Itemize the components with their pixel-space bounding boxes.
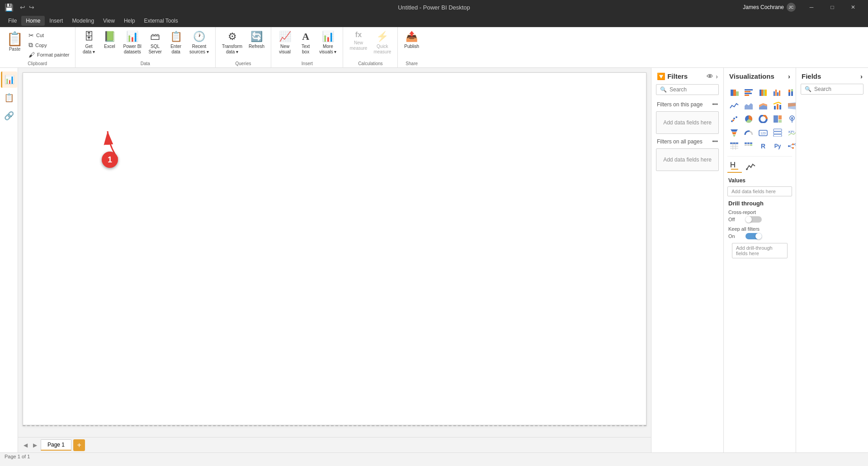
window-title: Untitled - Power BI Desktop [398, 4, 470, 11]
viz-multi-row-card[interactable] [771, 126, 784, 139]
menu-insert[interactable]: Insert [45, 16, 67, 26]
filters-panel: 🔽 Filters 👁 › 🔍 Filters on this page •••… [651, 68, 723, 452]
viz-stacked-area[interactable] [756, 99, 770, 112]
quick-measure-button[interactable]: ⚡ Quickmeasure [371, 29, 394, 57]
format-painter-icon: 🖌 [28, 51, 35, 58]
titlebar: 💾 ↩ ↪ Untitled - Power BI Desktop James … [0, 0, 868, 14]
new-measure-button[interactable]: fx Newmeasure [347, 29, 370, 53]
viz-donut[interactable] [756, 113, 770, 125]
viz-ribbon[interactable] [785, 99, 796, 112]
svg-rect-14 [777, 92, 778, 96]
menu-modeling[interactable]: Modeling [67, 16, 99, 26]
get-data-button[interactable]: 🗄 Getdata ▾ [79, 29, 99, 57]
viz-matrix[interactable] [742, 140, 755, 152]
sidebar-item-model[interactable]: 🔗 [1, 108, 17, 124]
viz-tab-analytics[interactable] [744, 160, 758, 173]
publish-button[interactable]: 📤 Publish [401, 29, 422, 51]
cut-button[interactable]: ✂ Cut [27, 31, 71, 40]
viz-decomp-tree[interactable] [785, 140, 796, 152]
filters-search-input[interactable] [670, 86, 715, 93]
recent-sources-button[interactable]: 🕐 Recentsources ▾ [187, 29, 212, 57]
save-icon[interactable]: 💾 [5, 3, 14, 12]
menu-file[interactable]: File [4, 16, 21, 26]
fields-search-input[interactable] [814, 86, 859, 92]
viz-title: Visualizations [729, 72, 774, 80]
fields-search-box[interactable]: 🔍 [801, 84, 863, 95]
viz-pie[interactable] [742, 113, 755, 125]
paste-button[interactable]: 📋 Paste [4, 29, 26, 53]
undo-button[interactable]: ↩ [20, 4, 25, 11]
svg-point-35 [736, 116, 737, 118]
add-page-button[interactable]: + [73, 439, 85, 451]
status-bar: Page 1 of 1 [0, 452, 868, 460]
more-visuals-button[interactable]: 📊 Morevisuals ▾ [316, 29, 339, 57]
format-painter-button[interactable]: 🖌 Format painter [27, 50, 71, 59]
menu-help[interactable]: Help [119, 16, 140, 26]
refresh-button[interactable]: 🔄 Refresh [246, 29, 267, 51]
viz-python-visual[interactable]: Py [771, 140, 784, 152]
page-tab-1[interactable]: Page 1 [41, 439, 71, 451]
viz-kpi[interactable]: KPI [785, 126, 796, 139]
ribbon: 📋 Paste ✂ Cut ⧉ Copy 🖌 Format painter Cl… [0, 27, 868, 68]
viz-expand-icon[interactable]: › [788, 72, 790, 80]
viz-clustered-column[interactable] [771, 86, 784, 98]
filters-search-box[interactable]: 🔍 [656, 84, 719, 95]
svg-rect-40 [778, 115, 782, 119]
share-items: 📤 Publish [401, 29, 422, 61]
viz-line-stacked-bar[interactable] [771, 99, 784, 112]
fields-title: Fields [802, 72, 821, 80]
minimize-button[interactable]: ─ [801, 0, 822, 14]
menu-home[interactable]: Home [21, 16, 45, 26]
viz-treemap[interactable] [771, 113, 784, 125]
svg-point-68 [788, 145, 790, 147]
viz-clustered-bar[interactable] [742, 86, 755, 98]
viz-map[interactable] [785, 113, 796, 125]
page-nav-prev[interactable]: ◀ [22, 441, 29, 449]
filters-on-page-menu[interactable]: ••• [712, 101, 718, 108]
viz-funnel[interactable] [727, 126, 741, 139]
data-items: 🗄 Getdata ▾ 📗 Excel 📊 Power BIdatasets 🗃… [79, 29, 212, 61]
text-box-button[interactable]: A Textbox [296, 29, 316, 57]
fields-panel: Fields › 🔍 [796, 68, 868, 452]
viz-gauge[interactable] [742, 126, 755, 139]
svg-rect-56 [730, 143, 738, 144]
menu-view[interactable]: View [99, 16, 119, 26]
power-bi-datasets-button[interactable]: 📊 Power BIdatasets [121, 29, 145, 57]
viz-table[interactable] [727, 140, 741, 152]
viz-stacked-bar[interactable] [727, 86, 741, 98]
viz-area[interactable] [742, 99, 755, 112]
viz-scatter[interactable] [727, 113, 741, 125]
filters-expand-icon[interactable]: › [716, 73, 718, 80]
fields-expand-icon[interactable]: › [860, 72, 863, 80]
sidebar-item-data[interactable]: 📋 [1, 90, 17, 106]
new-visual-button[interactable]: 📈 Newvisual [275, 29, 295, 57]
excel-button[interactable]: 📗 Excel [100, 29, 120, 51]
viz-card[interactable]: 123 [756, 126, 770, 139]
svg-rect-9 [761, 90, 763, 96]
keep-filters-toggle[interactable] [745, 233, 762, 239]
menu-external-tools[interactable]: External Tools [140, 16, 183, 26]
filters-on-all-menu[interactable]: ••• [712, 138, 718, 145]
enter-data-button[interactable]: 📋 Enterdata [166, 29, 186, 57]
redo-button[interactable]: ↪ [29, 4, 34, 11]
svg-rect-19 [791, 89, 793, 91]
close-button[interactable]: ✕ [843, 0, 863, 14]
copy-button[interactable]: ⧉ Copy [27, 40, 71, 50]
page-status: Page 1 of 1 [5, 454, 30, 459]
filters-header: 🔽 Filters 👁 › [651, 68, 723, 84]
canvas-area: 1 ◀ ▶ Page 1 + [18, 68, 651, 452]
filters-eye-icon[interactable]: 👁 [707, 73, 713, 80]
cross-report-toggle[interactable] [745, 216, 762, 223]
page-nav-next[interactable]: ▶ [31, 441, 39, 449]
svg-line-69 [790, 144, 792, 146]
sql-server-button[interactable]: 🗃 SQLServer [145, 29, 165, 57]
maximize-button[interactable]: □ [822, 0, 843, 14]
viz-r-visual[interactable]: R [756, 140, 770, 152]
transform-data-button[interactable]: ⚙ Transformdata ▾ [219, 29, 245, 57]
titlebar-right: James Cochrane JC ─ □ ✕ [743, 0, 863, 14]
viz-stacked-bar-100[interactable] [756, 86, 770, 98]
sidebar-item-report[interactable]: 📊 [1, 71, 17, 88]
viz-stacked-column[interactable] [785, 86, 796, 98]
viz-line[interactable] [727, 99, 741, 112]
viz-tab-format[interactable] [727, 160, 742, 173]
